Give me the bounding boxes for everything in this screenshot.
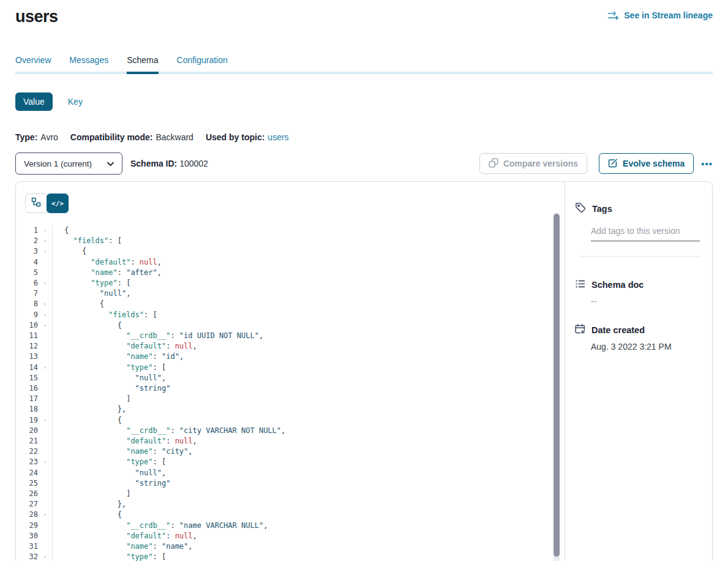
add-tags-input[interactable] <box>591 224 700 241</box>
tags-section-heading: Tags <box>575 202 700 215</box>
code-line: 30 "default": null, <box>16 531 565 541</box>
line-number: 18 <box>16 404 38 415</box>
line-number: 9 <box>16 310 38 320</box>
topic-link[interactable]: users <box>268 132 288 142</box>
fold-arrow-icon <box>38 499 52 510</box>
key-toggle-button[interactable]: Key <box>68 97 83 107</box>
date-created-value: Aug. 3 2022 3:21 PM <box>591 342 700 352</box>
schema-panel: </> 1▾{2▾ "fields": [3▾ {4 "default": nu… <box>15 181 713 561</box>
code-line: 17 ] <box>16 394 565 404</box>
fold-arrow-icon <box>38 268 52 278</box>
editor-scrollbar[interactable] <box>554 213 560 561</box>
code-text: "type": [ <box>53 552 166 561</box>
tab-overview[interactable]: Overview <box>15 55 51 74</box>
gutter: 19▾ <box>16 415 53 426</box>
code-line: 10▾ { <box>16 320 565 331</box>
gutter: 9▾ <box>16 310 53 320</box>
code-text: }, <box>53 404 126 415</box>
code-line: 7 "null", <box>16 288 565 299</box>
value-toggle-button[interactable]: Value <box>15 92 53 111</box>
type-value: Avro <box>40 132 58 142</box>
code-text: "name": "city", <box>53 446 193 457</box>
code-line: 29 "__crdb__": "name VARCHAR NULL", <box>16 521 565 531</box>
code-text: "type": [ <box>53 457 166 467</box>
code-text: "name": "name", <box>53 541 193 552</box>
stream-lineage-link[interactable]: See in Stream lineage <box>607 10 713 20</box>
code-text: { <box>53 510 122 520</box>
code-text: "name": "after", <box>53 268 162 278</box>
edit-icon <box>608 158 618 170</box>
code-text: }, <box>53 499 126 510</box>
code-text: "fields": [ <box>53 310 157 320</box>
compatibility-value: Backward <box>156 132 193 142</box>
type-label: Type: <box>15 132 37 142</box>
fold-arrow-icon[interactable]: ▾ <box>38 225 52 236</box>
fold-arrow-icon[interactable]: ▾ <box>38 457 52 467</box>
code-line: 22 "name": "city", <box>16 446 565 457</box>
fold-arrow-icon <box>38 341 52 352</box>
gutter: 4 <box>16 257 53 268</box>
code-line: 8▾ { <box>16 299 565 309</box>
fold-arrow-icon <box>38 352 52 362</box>
tab-schema[interactable]: Schema <box>127 55 158 74</box>
fold-arrow-icon[interactable]: ▾ <box>38 310 52 320</box>
page-header: users See in Stream lineage <box>15 0 713 26</box>
code-line: 23▾ "type": [ <box>16 457 565 467</box>
code-line: 24 "null", <box>16 468 565 478</box>
gutter: 29 <box>16 521 53 531</box>
gutter: 30 <box>16 531 53 541</box>
fold-arrow-icon <box>38 373 52 383</box>
code-line: 20 "__crdb__": "city VARCHAR NOT NULL", <box>16 426 565 436</box>
schema-id: Schema ID: 100002 <box>130 159 208 168</box>
fold-arrow-icon <box>38 383 52 394</box>
schema-id-label: Schema ID: <box>130 159 177 168</box>
code-line: 11 "__crdb__": "id UUID NOT NULL", <box>16 331 565 341</box>
code-line: 32▾ "type": [ <box>16 552 565 561</box>
gutter: 18 <box>16 404 53 415</box>
code-text: { <box>53 415 122 426</box>
fold-arrow-icon[interactable]: ▾ <box>38 363 52 373</box>
fold-arrow-icon <box>38 331 52 341</box>
gutter: 24 <box>16 468 53 478</box>
schema-sidebar: Tags Schema doc -- <box>565 182 712 561</box>
gutter: 3▾ <box>16 246 53 257</box>
version-select[interactable]: Version 1 (current) <box>15 152 122 175</box>
fold-arrow-icon[interactable]: ▾ <box>38 320 52 331</box>
schema-editor: </> 1▾{2▾ "fields": [3▾ {4 "default": nu… <box>16 182 565 561</box>
compare-versions-button[interactable]: Compare versions <box>479 153 587 174</box>
code-line: 3▾ { <box>16 246 565 257</box>
line-number: 7 <box>16 288 38 299</box>
evolve-schema-button[interactable]: Evolve schema <box>599 153 694 174</box>
gutter: 21 <box>16 436 53 446</box>
line-number: 28 <box>16 510 38 520</box>
fold-arrow-icon[interactable]: ▾ <box>38 246 52 257</box>
fold-arrow-icon <box>38 468 52 478</box>
fold-arrow-icon[interactable]: ▾ <box>38 278 52 288</box>
fold-arrow-icon[interactable]: ▾ <box>38 552 52 561</box>
fold-arrow-icon <box>38 446 52 457</box>
code-text: "__crdb__": "id UUID NOT NULL", <box>53 331 263 341</box>
code-view-button[interactable]: </> <box>47 194 69 213</box>
code-line: 25 "string" <box>16 478 565 489</box>
line-number: 17 <box>16 394 38 404</box>
code-view-icon: </> <box>51 200 64 208</box>
fold-arrow-icon[interactable]: ▾ <box>38 299 52 309</box>
fold-arrow-icon[interactable]: ▾ <box>38 510 52 520</box>
code-text: "string" <box>53 478 170 489</box>
tab-messages[interactable]: Messages <box>69 55 108 74</box>
fold-arrow-icon <box>38 288 52 299</box>
fold-arrow-icon[interactable]: ▾ <box>38 236 52 246</box>
tab-configuration[interactable]: Configuration <box>177 55 228 74</box>
editor-scrollbar-thumb[interactable] <box>554 214 560 557</box>
more-actions-button[interactable]: ••• <box>701 159 713 169</box>
line-number: 29 <box>16 521 38 531</box>
chevron-down-icon <box>107 159 114 168</box>
value-key-toggle: Value Key <box>15 92 713 111</box>
fold-arrow-icon <box>38 426 52 436</box>
fold-arrow-icon <box>38 436 52 446</box>
line-number: 5 <box>16 268 38 278</box>
line-number: 13 <box>16 352 38 362</box>
gutter: 31 <box>16 541 53 552</box>
tree-view-button[interactable] <box>25 194 47 213</box>
fold-arrow-icon[interactable]: ▾ <box>38 415 52 426</box>
